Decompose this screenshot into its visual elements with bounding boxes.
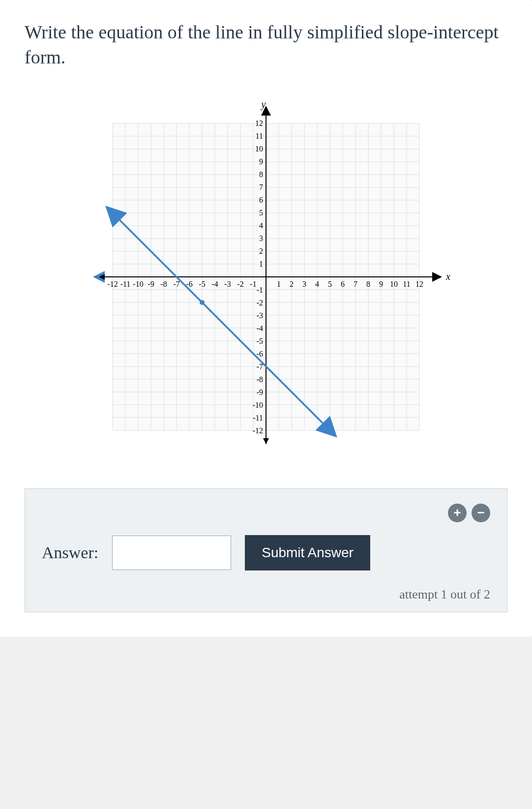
question-card: Write the equation of the line in fully … <box>0 0 532 637</box>
plotted-point <box>200 300 205 305</box>
question-prompt: Write the equation of the line in fully … <box>25 20 507 70</box>
svg-text:8: 8 <box>366 280 370 288</box>
svg-text:2: 2 <box>259 247 263 255</box>
plus-icon: + <box>453 505 461 520</box>
svg-text:4: 4 <box>315 280 319 288</box>
svg-text:9: 9 <box>379 280 383 288</box>
svg-text:7: 7 <box>354 280 357 288</box>
answer-panel: + − Answer: Submit Answer attempt 1 out … <box>25 488 507 612</box>
svg-text:3: 3 <box>302 280 306 288</box>
add-field-button[interactable]: + <box>448 504 467 522</box>
svg-text:-5: -5 <box>199 280 205 288</box>
svg-text:-11: -11 <box>253 414 263 422</box>
svg-text:-12: -12 <box>107 280 118 288</box>
svg-text:-4: -4 <box>211 280 218 288</box>
svg-text:-1: -1 <box>250 280 256 288</box>
svg-marker-48 <box>99 274 105 280</box>
svg-text:9: 9 <box>259 157 263 166</box>
svg-text:-1: -1 <box>257 286 263 294</box>
svg-text:10: 10 <box>390 280 398 288</box>
svg-text:5: 5 <box>259 209 263 217</box>
submit-button-label: Submit Answer <box>262 545 354 560</box>
svg-text:-8: -8 <box>160 280 167 288</box>
svg-text:-4: -4 <box>257 324 263 332</box>
svg-text:5: 5 <box>328 280 332 288</box>
svg-text:-9: -9 <box>148 280 154 288</box>
svg-text:-3: -3 <box>224 280 231 288</box>
svg-text:-7: -7 <box>257 362 263 371</box>
minus-icon: − <box>477 505 484 520</box>
svg-text:-5: -5 <box>257 337 263 345</box>
coordinate-graph: x y -12-11-10-9-8-7-6-5-4-3-2-1 12345678… <box>74 100 458 454</box>
svg-text:-9: -9 <box>257 388 263 396</box>
attempt-counter: attempt 1 out of 2 <box>42 587 490 602</box>
svg-text:-11: -11 <box>120 280 131 288</box>
svg-text:6: 6 <box>341 280 345 288</box>
answer-input[interactable] <box>112 536 231 570</box>
svg-text:3: 3 <box>259 234 263 242</box>
svg-text:7: 7 <box>259 183 263 191</box>
svg-marker-49 <box>263 438 269 444</box>
add-remove-row: + − <box>42 504 490 522</box>
svg-text:-3: -3 <box>257 311 263 320</box>
svg-text:1: 1 <box>277 280 281 288</box>
svg-text:-8: -8 <box>257 375 263 384</box>
svg-text:-12: -12 <box>253 426 263 435</box>
svg-text:11: 11 <box>256 132 263 140</box>
svg-text:-10: -10 <box>133 280 143 288</box>
answer-row: Answer: Submit Answer <box>42 535 490 570</box>
svg-text:12: 12 <box>255 119 263 127</box>
svg-text:-7: -7 <box>173 280 179 288</box>
svg-text:1: 1 <box>259 260 263 268</box>
remove-field-button[interactable]: − <box>472 504 490 522</box>
submit-button[interactable]: Submit Answer <box>245 535 370 570</box>
svg-text:4: 4 <box>259 221 263 230</box>
svg-text:8: 8 <box>259 170 263 179</box>
x-axis-label: x <box>445 271 450 282</box>
svg-text:2: 2 <box>290 280 294 288</box>
answer-label: Answer: <box>42 543 98 562</box>
chart-container: x y -12-11-10-9-8-7-6-5-4-3-2-1 12345678… <box>25 100 507 454</box>
svg-text:12: 12 <box>415 280 423 288</box>
svg-text:-2: -2 <box>237 280 243 288</box>
svg-text:10: 10 <box>255 145 263 153</box>
y-axis-label: y <box>261 100 266 110</box>
svg-text:-2: -2 <box>257 299 263 307</box>
svg-text:-10: -10 <box>253 401 263 409</box>
svg-text:11: 11 <box>403 280 410 288</box>
svg-text:6: 6 <box>259 196 263 204</box>
